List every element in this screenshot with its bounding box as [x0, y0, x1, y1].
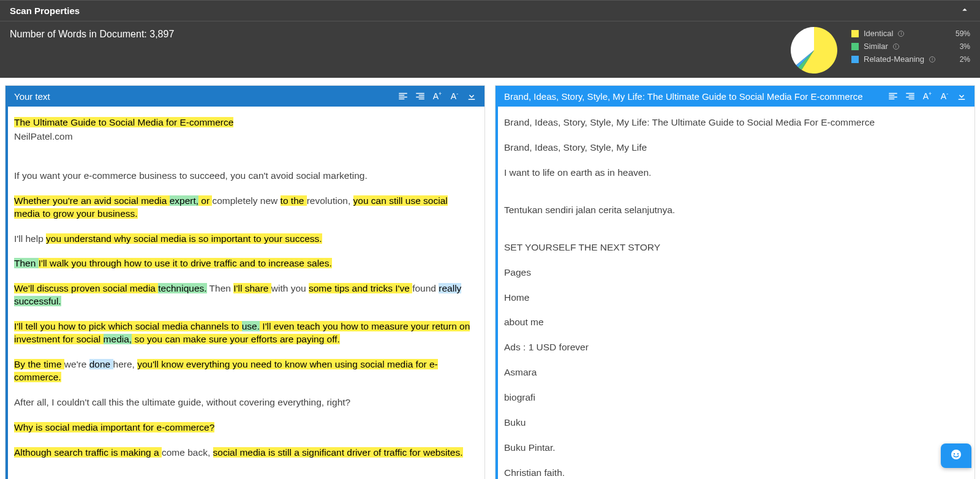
hl-similar: techniques.	[158, 283, 206, 293]
text: After all, I couldn't call this the ulti…	[14, 396, 476, 409]
hl-similar: use.	[242, 321, 260, 331]
scan-properties-title: Scan Properties	[10, 6, 80, 16]
para: By the time we're done here, you'll know…	[14, 358, 476, 384]
para: Although search traffic is making a come…	[14, 447, 476, 459]
text: with you	[271, 283, 309, 293]
text: revolution,	[307, 195, 353, 206]
source-line: Christian faith.	[504, 467, 966, 479]
info-icon[interactable]: i	[929, 56, 935, 62]
swatch-icon	[851, 30, 859, 37]
scan-properties-title-row: Scan Properties	[0, 1, 980, 21]
hl-related: really	[439, 283, 461, 293]
legend-similar: Similar i 3%	[851, 42, 970, 51]
hl-identical: social media is still a significant driv…	[213, 447, 463, 458]
scan-properties-body: Number of Words in Document: 3,897 Ident…	[0, 21, 980, 78]
text: here,	[113, 359, 138, 369]
text: come back,	[162, 447, 213, 458]
panel-toolbar: A+ A-	[886, 89, 968, 103]
swatch-icon	[851, 43, 859, 50]
font-decrease-button[interactable]: A-	[938, 89, 951, 103]
hl-related: done	[89, 359, 113, 369]
hl-identical: I'll tell you how to pick which social m…	[14, 321, 242, 331]
hl-identical: I've	[395, 283, 412, 293]
text: found	[412, 283, 439, 293]
word-count: Number of Words in Document: 3,897	[10, 25, 786, 75]
panel-body: Brand, Ideas, Story, Style, My Life: The…	[496, 107, 974, 479]
legend-label: Related-Meaning	[864, 55, 924, 64]
legend-related: Related-Meaning i 2%	[851, 55, 970, 64]
source-line: Tentukan sendiri jalan cerita selanjutny…	[504, 204, 966, 217]
svg-point-0	[951, 450, 961, 459]
download-icon[interactable]	[465, 89, 478, 103]
font-increase-button[interactable]: A+	[431, 89, 444, 103]
source-line: Ads : 1 USD forever	[504, 341, 966, 354]
swatch-icon	[851, 56, 859, 63]
text: If you want your e-commerce business to …	[14, 170, 476, 183]
chat-button[interactable]	[941, 443, 971, 468]
hl-identical: By the time	[14, 359, 64, 369]
legend-pct: 2%	[960, 55, 970, 64]
hl-identical: The Ultimate Guide to Social Media for E…	[14, 117, 233, 127]
hl-identical: Although search traffic is making a	[14, 447, 162, 458]
scan-properties-panel: Scan Properties Number of Words in Docum…	[0, 0, 980, 78]
source-line: about me	[504, 316, 966, 329]
source-line: Brand, Ideas, Story, Style, My Life	[504, 141, 966, 154]
hl-identical: We'll discuss proven social media	[14, 283, 158, 293]
panel-body: The Ultimate Guide to Social Media for E…	[6, 107, 484, 479]
align-right-icon[interactable]	[903, 89, 917, 103]
legend-label: Similar	[864, 42, 888, 51]
collapse-icon[interactable]	[959, 4, 970, 17]
text: NeilPatel.com	[14, 130, 476, 143]
compare-panels: Your text A+ A- The Ultimate Guide to So…	[0, 78, 980, 479]
hl-identical: Why is social media important for e-comm…	[14, 422, 214, 432]
your-text-panel: Your text A+ A- The Ultimate Guide to So…	[5, 85, 485, 479]
hl-identical: Whether you're an avid social media	[14, 195, 170, 206]
source-line: I want to life on earth as in heaven.	[504, 167, 966, 179]
source-line: Buku Pintar.	[504, 442, 966, 454]
download-icon[interactable]	[955, 89, 968, 103]
svg-point-2	[957, 453, 959, 454]
source-line: Home	[504, 292, 966, 304]
source-line: Pages	[504, 266, 966, 279]
hl-identical: to the	[281, 195, 307, 206]
align-left-icon[interactable]	[886, 89, 900, 103]
legend-pct: 59%	[956, 29, 970, 38]
info-icon[interactable]: i	[893, 43, 899, 50]
source-line: Asmara	[504, 366, 966, 379]
hl-similar: Then	[14, 258, 39, 268]
text: we're	[64, 359, 89, 369]
hl-identical: so you can make sure your efforts are pa…	[132, 334, 340, 344]
legend: Identical i 59% Similar i 3% Related-Mea…	[842, 25, 970, 75]
para: Then I'll walk you through how to use it…	[14, 257, 476, 270]
panel-toolbar: A+ A-	[396, 89, 478, 103]
panel-title: Brand, Ideas, Story, Style, My Life: The…	[504, 91, 886, 102]
source-line: biografi	[504, 391, 966, 404]
hl-identical: you understand why social media is so im…	[46, 233, 322, 244]
legend-pct: 3%	[960, 42, 970, 51]
text: completely new	[212, 195, 280, 206]
text: I'll help	[14, 233, 46, 244]
hl-identical: some tips and tricks	[309, 283, 395, 293]
legend-identical: Identical i 59%	[851, 29, 970, 38]
hl-identical: I'll share	[233, 283, 271, 293]
word-count-value: 3,897	[149, 29, 174, 39]
info-icon[interactable]: i	[898, 31, 904, 37]
align-right-icon[interactable]	[413, 89, 427, 103]
para: We'll discuss proven social media techni…	[14, 282, 476, 308]
source-line: Buku	[504, 417, 966, 429]
align-left-icon[interactable]	[396, 89, 410, 103]
font-decrease-button[interactable]: A-	[448, 89, 461, 103]
source-panel: Brand, Ideas, Story, Style, My Life: The…	[495, 85, 975, 479]
font-increase-button[interactable]: A+	[921, 89, 934, 103]
hl-identical: or	[198, 195, 212, 206]
panel-title: Your text	[14, 91, 396, 102]
match-pie-chart	[786, 25, 842, 75]
word-count-label: Number of Words in Document:	[10, 29, 147, 39]
para: Whether you're an avid social media expe…	[14, 195, 476, 221]
hl-similar: successful.	[14, 296, 61, 306]
source-line: Brand, Ideas, Story, Style, My Life: The…	[504, 116, 966, 129]
panel-header: Brand, Ideas, Story, Style, My Life: The…	[496, 86, 974, 107]
source-line: SET YOURSELF THE NEXT STORY	[504, 241, 966, 254]
svg-point-1	[954, 453, 955, 454]
text: Then	[207, 283, 234, 293]
